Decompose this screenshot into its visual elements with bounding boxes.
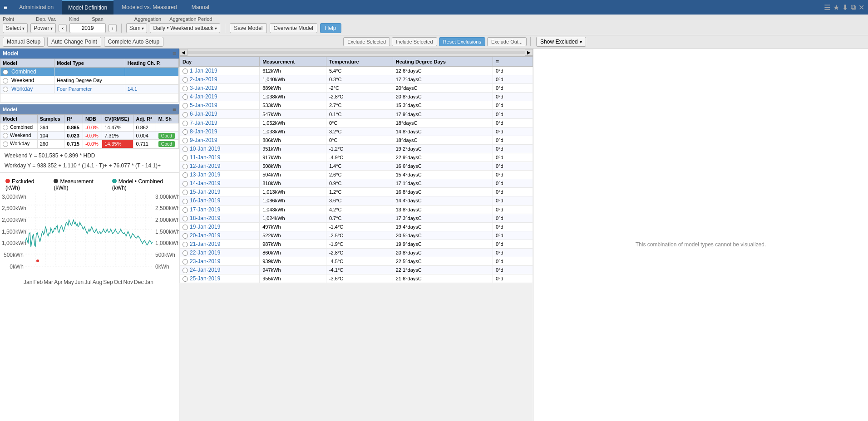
auto-change-point-button[interactable]: Auto Change Point [47,37,101,47]
radio-day[interactable] [182,181,188,186]
day-table-row[interactable]: 4-Jan-2019 1,038kWh -2.8°C 20.8°daysC 0°… [180,93,533,101]
day-table-row[interactable]: 1-Jan-2019 612kWh 5.4°C 12.6°daysC 0°d [180,67,533,75]
nav-tab-modeled-vs-measured[interactable]: Modeled vs. Measured [115,0,183,15]
day-table-row[interactable]: 12-Jan-2019 508kWh 1.4°C 16.6°daysC 0°d [180,162,533,171]
radio-stat-workday[interactable] [3,142,8,147]
include-selected-button[interactable]: Include Selected [392,37,437,46]
radio-day[interactable] [182,172,188,178]
day-link[interactable]: 20-Jan-2019 [190,232,220,239]
day-table-container[interactable]: ◀ ▶ Day Measurement Temperature Heating … [179,49,533,421]
day-table-row[interactable]: 25-Jan-2019 955kWh -3.6°C 21.6°daysC 0°d [180,274,533,283]
radio-day[interactable] [182,225,188,230]
radio-day[interactable] [182,190,188,195]
day-link[interactable]: 8-Jan-2019 [190,128,217,135]
radio-stat-combined[interactable] [3,125,8,130]
window-icon[interactable]: ⧉ [851,3,856,11]
day-table-row[interactable]: 15-Jan-2019 1,013kWh 1.2°C 16.8°daysC 0°… [180,188,533,196]
day-table-row[interactable]: 22-Jan-2019 860kWh -2.8°C 20.8°daysC 0°d [180,248,533,257]
overwrite-model-button[interactable]: Overwrite Model [270,23,317,33]
radio-combined[interactable] [3,69,8,75]
power-dropdown[interactable]: Power [30,23,56,33]
radio-day[interactable] [182,164,188,169]
day-link[interactable]: 15-Jan-2019 [190,189,220,195]
table-row[interactable]: Workday Four Parameter 14.1 [0,85,179,93]
radio-day[interactable] [182,112,188,117]
day-link[interactable]: 22-Jan-2019 [190,250,220,256]
radio-day[interactable] [182,103,188,108]
save-model-button[interactable]: Save Model [230,23,266,33]
show-excluded-dropdown[interactable]: Show Excluded ▾ [536,37,586,47]
day-table-row[interactable]: 24-Jan-2019 947kWh -4.1°C 22.1°daysC 0°d [180,266,533,274]
day-link[interactable]: 5-Jan-2019 [190,102,217,108]
radio-day[interactable] [182,242,188,247]
day-link[interactable]: 11-Jan-2019 [190,154,220,161]
day-link[interactable]: 18-Jan-2019 [190,215,220,221]
day-link[interactable]: 24-Jan-2019 [190,267,220,273]
stats-table-row[interactable]: Combined 364 0.865 -0.0% 14.47% 0.862 [0,123,179,132]
radio-day[interactable] [182,268,188,273]
day-table-row[interactable]: 20-Jan-2019 522kWh -2.5°C 20.5°daysC 0°d [180,231,533,240]
day-table-row[interactable]: 5-Jan-2019 533kWh 2.7°C 15.3°daysC 0°d [180,101,533,110]
radio-day[interactable] [182,233,188,239]
day-table-row[interactable]: 3-Jan-2019 889kWh -2°C 20°daysC 0°d [180,84,533,93]
radio-day[interactable] [182,250,188,256]
day-table-row[interactable]: 16-Jan-2019 1,086kWh 3.6°C 14.4°daysC 0°… [180,196,533,205]
day-link[interactable]: 1-Jan-2019 [190,68,217,74]
stats-expand[interactable]: ≡ [173,106,176,113]
day-link[interactable]: 19-Jan-2019 [190,224,220,230]
radio-day[interactable] [182,199,188,204]
day-table-row[interactable]: 19-Jan-2019 497kWh -1.4°C 19.4°daysC 0°d [180,222,533,231]
radio-weekend[interactable] [3,78,8,83]
radio-day[interactable] [182,259,188,264]
nav-tab-manual[interactable]: Manual [185,0,216,15]
next-year-button[interactable]: › [108,24,117,32]
radio-day[interactable] [182,129,188,135]
radio-day[interactable] [182,207,188,213]
day-table-row[interactable]: 14-Jan-2019 818kWh 0.9°C 17.1°daysC 0°d [180,179,533,188]
day-link[interactable]: 16-Jan-2019 [190,197,220,204]
star-icon[interactable]: ★ [833,3,839,12]
day-link[interactable]: 3-Jan-2019 [190,85,217,91]
period-dropdown[interactable]: Daily • Weekend setback [150,23,220,33]
day-link[interactable]: 7-Jan-2019 [190,120,217,126]
table-row[interactable]: Weekend Heating Degree Day [0,76,179,85]
exclude-out-button[interactable]: Exclude Out... [487,37,527,46]
day-link[interactable]: 2-Jan-2019 [190,76,217,83]
model-table-expand[interactable]: ≡ [173,50,176,57]
scroll-left[interactable]: ◀ [179,49,187,56]
complete-auto-setup-button[interactable]: Complete Auto Setup [104,37,163,47]
grid-icon[interactable]: ☰ [824,3,830,12]
radio-workday[interactable] [3,87,8,92]
radio-day[interactable] [182,276,188,282]
radio-day[interactable] [182,147,188,152]
day-link[interactable]: 10-Jan-2019 [190,146,220,152]
radio-day[interactable] [182,69,188,74]
day-table-row[interactable]: 10-Jan-2019 951kWh -1.2°C 19.2°daysC 0°d [180,144,533,153]
day-table-row[interactable]: 13-Jan-2019 504kWh 2.6°C 15.4°daysC 0°d [180,171,533,179]
day-link[interactable]: 6-Jan-2019 [190,111,217,117]
exclude-selected-button[interactable]: Exclude Selected [343,37,390,46]
radio-day[interactable] [182,86,188,91]
day-link[interactable]: 17-Jan-2019 [190,206,220,213]
day-table-row[interactable]: 8-Jan-2019 1,033kWh 3.2°C 14.8°daysC 0°d [180,127,533,136]
day-link[interactable]: 21-Jan-2019 [190,241,220,247]
close-icon[interactable]: ✕ [858,3,864,12]
day-link[interactable]: 14-Jan-2019 [190,180,220,186]
radio-day[interactable] [182,216,188,221]
stats-table-row[interactable]: Workday 260 0.715 -0.0% 14.35% 0.711 Goo… [0,140,179,148]
reset-exclusions-button[interactable]: Reset Exclusions [439,37,485,46]
scroll-right[interactable]: ▶ [525,49,533,56]
day-table-row[interactable]: 17-Jan-2019 1,043kWh 4.2°C 13.8°daysC 0°… [180,205,533,214]
manual-setup-button[interactable]: Manual Setup [3,37,44,47]
day-table-row[interactable]: 6-Jan-2019 547kWh 0.1°C 17.9°daysC 0°d [180,110,533,118]
day-link[interactable]: 13-Jan-2019 [190,171,220,178]
stats-table-row[interactable]: Weekend 104 0.023 -0.0% 7.31% 0.004 Good [0,132,179,140]
day-link[interactable]: 23-Jan-2019 [190,258,220,264]
day-link[interactable]: 25-Jan-2019 [190,275,220,282]
help-button[interactable]: Help [320,23,341,33]
download-icon[interactable]: ⬇ [842,3,848,12]
day-table-row[interactable]: 21-Jan-2019 987kWh -1.9°C 19.9°daysC 0°d [180,240,533,248]
nav-tab-administration[interactable]: Administration [13,0,60,15]
radio-day[interactable] [182,138,188,143]
radio-day[interactable] [182,77,188,83]
